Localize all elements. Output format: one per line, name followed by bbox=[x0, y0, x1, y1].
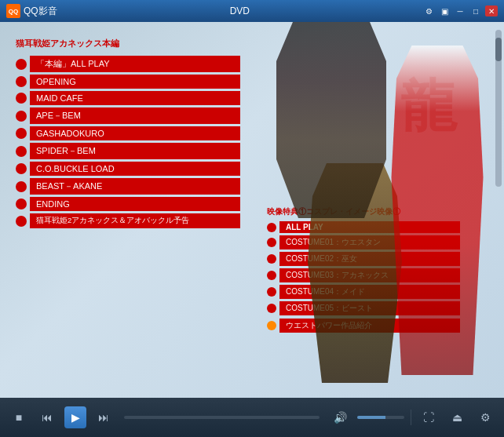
app-name: QQ影音 bbox=[24, 5, 57, 18]
next-button[interactable]: ⏭ bbox=[93, 406, 115, 428]
main-content: 龍 猫耳戦姫アカネックス本編 「本編」ALL PLAY OPENING MAID… bbox=[0, 22, 504, 398]
play-button[interactable]: ▶ bbox=[64, 406, 86, 428]
minimize-button[interactable]: ─ bbox=[454, 5, 466, 16]
control-bar: ■ ⏮ ▶ ⏭ 🔊 ⛶ ⏏ ⚙ bbox=[0, 398, 504, 437]
menu-dot bbox=[16, 76, 27, 87]
volume-icon[interactable]: 🔊 bbox=[329, 406, 351, 428]
window-title: DVD bbox=[57, 5, 422, 16]
character-area bbox=[221, 22, 504, 383]
aspect-icon[interactable]: ▣ bbox=[438, 5, 451, 16]
char-right-silhouette bbox=[386, 46, 488, 375]
menu-dot bbox=[16, 181, 27, 192]
menu-label: SPIDER－BEM bbox=[30, 143, 240, 159]
menu-label: 猫耳戦姫2アカネックス＆アオバックル予告 bbox=[30, 213, 240, 228]
settings-icon[interactable]: ⚙ bbox=[422, 5, 435, 16]
menu-dot bbox=[16, 198, 27, 209]
menu-label: OPENING bbox=[30, 75, 240, 89]
progress-bar[interactable] bbox=[124, 416, 320, 419]
menu-dot bbox=[16, 111, 27, 122]
app-logo: QQ QQ影音 bbox=[6, 4, 57, 18]
stop-button[interactable]: ■ bbox=[8, 406, 30, 428]
menu-label: GASHADOKURO bbox=[30, 126, 240, 140]
menu-label: C.O.BUCKLE LOAD bbox=[30, 162, 240, 176]
char-left-silhouette bbox=[276, 22, 386, 218]
app-icon: QQ bbox=[6, 4, 20, 18]
separator bbox=[411, 410, 411, 425]
menu-label: MAID CAFE bbox=[30, 91, 240, 105]
window-controls: ⚙ ▣ ─ □ ✕ bbox=[422, 5, 498, 16]
menu-dot bbox=[16, 59, 27, 70]
menu-dot bbox=[16, 93, 27, 104]
titlebar: QQ QQ影音 DVD ⚙ ▣ ─ □ ✕ bbox=[0, 0, 504, 22]
close-button[interactable]: ✕ bbox=[485, 5, 498, 16]
eject-button[interactable]: ⏏ bbox=[446, 406, 468, 428]
menu-dot bbox=[16, 163, 27, 174]
menu-label: BEAST－AKANE bbox=[30, 178, 240, 195]
menu-label: 「本編」ALL PLAY bbox=[30, 56, 240, 72]
prev-button[interactable]: ⏮ bbox=[36, 406, 58, 428]
menu-label: APE－BEM bbox=[30, 107, 240, 124]
menu-dot bbox=[16, 216, 27, 227]
menu-dot bbox=[16, 146, 27, 157]
settings-button[interactable]: ⚙ bbox=[474, 406, 496, 428]
fullscreen-button[interactable]: ⛶ bbox=[418, 406, 440, 428]
menu-dot bbox=[16, 128, 27, 139]
menu-label: ENDING bbox=[30, 197, 240, 211]
maximize-button[interactable]: □ bbox=[469, 5, 482, 16]
volume-slider[interactable] bbox=[357, 416, 404, 419]
